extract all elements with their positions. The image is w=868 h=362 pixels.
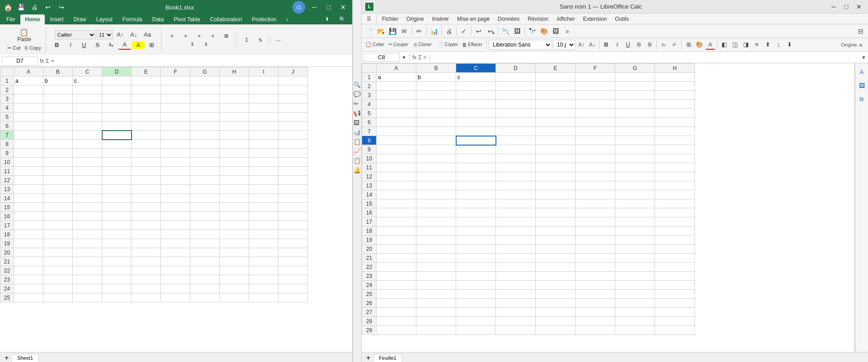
excel-more-btn[interactable]: ··· <box>272 36 284 44</box>
lo-cell-G19[interactable] <box>615 235 655 244</box>
lo-menu-afficher[interactable]: Afficher <box>553 15 578 23</box>
excel-cell-A13[interactable] <box>14 185 43 194</box>
lo-cell-H4[interactable] <box>655 100 695 109</box>
lo-cell-H29[interactable] <box>655 326 695 335</box>
excel-menu-formula[interactable]: Formula <box>118 14 147 24</box>
excel-underline-btn[interactable]: U <box>78 41 90 49</box>
lo-underline-btn[interactable]: U <box>623 40 633 50</box>
excel-cell-E19[interactable] <box>132 239 161 248</box>
excel-align-justify-btn[interactable]: ≡ <box>207 33 219 39</box>
lo-col-H[interactable]: H <box>655 64 695 73</box>
excel-font-shrink-btn[interactable]: A↓ <box>127 30 140 39</box>
excel-cell-F19[interactable] <box>161 239 190 248</box>
excel-cell-B24[interactable] <box>43 284 73 293</box>
lo-cell-F27[interactable] <box>576 308 615 317</box>
lo-cell-G6[interactable] <box>615 118 655 127</box>
excel-cell-H10[interactable] <box>220 158 249 167</box>
excel-cell-B5[interactable] <box>43 113 73 122</box>
lo-col-E[interactable]: E <box>536 64 576 73</box>
excel-cell-J25[interactable] <box>278 293 308 302</box>
lo-cell-E29[interactable] <box>536 326 576 335</box>
excel-cell-H19[interactable] <box>220 239 249 248</box>
lo-menu-sidebar-toggle[interactable]: ☰ <box>363 14 374 24</box>
lo-cell-G28[interactable] <box>615 317 655 326</box>
excel-cell-D8[interactable] <box>102 140 132 149</box>
lo-cell-D5[interactable] <box>496 109 536 118</box>
excel-cell-I13[interactable] <box>249 185 278 194</box>
lo-cell-E8[interactable] <box>536 136 576 145</box>
lo-cell-G9[interactable] <box>615 145 655 154</box>
lo-cell-B15[interactable] <box>416 199 456 208</box>
lo-formula-equals-icon[interactable]: = <box>424 54 427 61</box>
lo-cell-D25[interactable] <box>496 290 536 299</box>
excel-col-I[interactable]: I <box>249 67 278 76</box>
lo-cell-G12[interactable] <box>615 172 655 181</box>
excel-cell-B6[interactable] <box>43 122 73 131</box>
lo-cell-E21[interactable] <box>536 254 576 263</box>
excel-cell-J6[interactable] <box>278 122 308 131</box>
lo-cell-D16[interactable] <box>496 208 536 217</box>
excel-cell-G19[interactable] <box>190 239 220 248</box>
lo-cell-A9[interactable] <box>377 145 416 154</box>
lo-cell-D10[interactable] <box>496 154 536 163</box>
excel-cell-G13[interactable] <box>190 185 220 194</box>
excel-align-center-btn[interactable]: ≡ <box>179 33 192 39</box>
lo-cell-H5[interactable] <box>655 109 695 118</box>
excel-cell-A22[interactable] <box>14 266 43 275</box>
excel-cell-F15[interactable] <box>161 203 190 212</box>
excel-cell-I1[interactable] <box>249 76 278 85</box>
lo-cell-B20[interactable] <box>416 244 456 254</box>
excel-col-A[interactable]: A <box>14 67 43 76</box>
lo-cell-B28[interactable] <box>416 317 456 326</box>
excel-cell-G7[interactable] <box>190 131 220 140</box>
left-sidebar-icon3[interactable]: ✏ <box>354 100 361 107</box>
excel-fontcolor-btn[interactable]: A <box>118 40 131 50</box>
excel-cell-E9[interactable] <box>132 149 161 158</box>
lo-format-more-btn[interactable]: » <box>855 39 866 50</box>
excel-cell-I7[interactable] <box>249 131 278 140</box>
lo-cell-E10[interactable] <box>536 154 576 163</box>
excel-cell-D11[interactable] <box>102 167 132 176</box>
lo-cell-E18[interactable] <box>536 226 576 235</box>
excel-cell-D13[interactable] <box>102 185 132 194</box>
lo-cell-F28[interactable] <box>576 317 615 326</box>
lo-cell-G17[interactable] <box>615 217 655 226</box>
left-sidebar-icon7[interactable]: 📋 <box>354 138 361 145</box>
lo-cell-G29[interactable] <box>615 326 655 335</box>
lo-cell-D9[interactable] <box>496 145 536 154</box>
lo-cell-A29[interactable] <box>377 326 416 335</box>
lo-cell-F23[interactable] <box>576 272 615 281</box>
lo-cell-A16[interactable] <box>377 208 416 217</box>
lo-cell-B21[interactable] <box>416 254 456 263</box>
excel-col-F[interactable]: F <box>161 67 190 76</box>
excel-menu-draw[interactable]: Draw <box>69 14 91 24</box>
lo-cell-D4[interactable] <box>496 100 536 109</box>
excel-cell-J16[interactable] <box>278 212 308 221</box>
lo-cell-C15[interactable] <box>456 199 496 208</box>
lo-edit-mode-btn[interactable]: ✏ <box>414 26 425 37</box>
lo-cell-B7[interactable] <box>416 127 456 136</box>
lo-cell-B16[interactable] <box>416 208 456 217</box>
excel-cell-C7[interactable] <box>73 131 102 140</box>
excel-cell-J2[interactable] <box>278 85 308 94</box>
lo-styles-btn[interactable]: 🎨 <box>538 26 549 37</box>
lo-cell-G25[interactable] <box>615 290 655 299</box>
excel-cell-E13[interactable] <box>132 185 161 194</box>
excel-cell-I11[interactable] <box>249 167 278 176</box>
lo-cell-G3[interactable] <box>615 91 655 100</box>
lo-cell-F5[interactable] <box>576 109 615 118</box>
excel-cell-C15[interactable] <box>73 203 102 212</box>
excel-cell-I20[interactable] <box>249 248 278 257</box>
excel-cell-H3[interactable] <box>220 94 249 103</box>
excel-strikethrough-btn[interactable]: S <box>91 41 104 49</box>
excel-cell-J14[interactable] <box>278 194 308 203</box>
excel-font-select[interactable]: Calibri <box>55 30 96 39</box>
excel-cut-btn[interactable]: ✂ Cut <box>5 44 22 52</box>
excel-border-btn[interactable]: ⊞ <box>146 41 158 49</box>
lo-cell-B8[interactable] <box>416 136 456 145</box>
lo-cell-F13[interactable] <box>576 181 615 190</box>
excel-cell-H18[interactable] <box>220 230 249 239</box>
left-sidebar-icon5[interactable]: 🖼 <box>354 119 361 126</box>
excel-cell-J20[interactable] <box>278 248 308 257</box>
excel-font-size-btn[interactable]: Aa <box>141 30 154 39</box>
